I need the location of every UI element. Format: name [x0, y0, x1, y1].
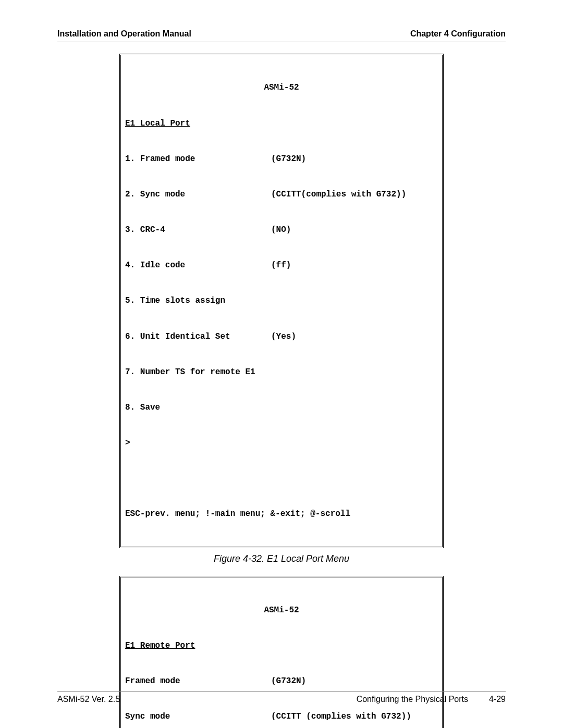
row-label: 6. Unit Identical Set	[125, 331, 271, 343]
row-value	[271, 366, 438, 378]
terminal-row: 8. Save	[125, 402, 438, 414]
terminal-section: E1 Remote Port	[125, 640, 438, 652]
footer-page-number: 4-29	[489, 695, 506, 704]
footer-left: ASMi-52 Ver. 2.5	[57, 695, 120, 704]
terminal-row: Sync mode(CCITT (complies with G732))	[125, 711, 438, 723]
terminal-row: 7. Number TS for remote E1	[125, 366, 438, 378]
figure-caption-1: Figure 4-32. E1 Local Port Menu	[57, 553, 506, 564]
row-value: (G732N)	[271, 675, 438, 687]
terminal-title: ASMi-52	[125, 82, 438, 94]
row-value: (CCITT(complies with G732))	[271, 189, 438, 201]
page: Installation and Operation Manual Chapte…	[0, 0, 563, 728]
row-value: (Yes)	[271, 331, 438, 343]
row-value: (G732N)	[271, 153, 438, 165]
row-value	[271, 402, 438, 414]
page-header: Installation and Operation Manual Chapte…	[57, 29, 506, 42]
row-value: (CCITT (complies with G732))	[271, 711, 438, 723]
terminal-section: E1 Local Port	[125, 118, 438, 130]
terminal-row: 2. Sync mode(CCITT(complies with G732))	[125, 189, 438, 201]
page-footer: ASMi-52 Ver. 2.5 Configuring the Physica…	[57, 691, 506, 704]
row-label: 2. Sync mode	[125, 189, 271, 201]
row-label: Framed mode	[125, 675, 271, 687]
terminal-row: 6. Unit Identical Set(Yes)	[125, 331, 438, 343]
terminal-row: 3. CRC-4(NO)	[125, 224, 438, 236]
terminal-e1-remote-port: ASMi-52 E1 Remote Port Framed mode(G732N…	[119, 576, 444, 728]
row-label: 4. Idle code	[125, 260, 271, 272]
terminal-row: Framed mode(G732N)	[125, 675, 438, 687]
row-label: 7. Number TS for remote E1	[125, 366, 271, 378]
header-left: Installation and Operation Manual	[57, 29, 191, 39]
terminal-row: 5. Time slots assign	[125, 295, 438, 307]
row-label: 1. Framed mode	[125, 153, 271, 165]
row-value: (NO)	[271, 224, 438, 236]
row-label: 8. Save	[125, 402, 271, 414]
terminal-blank	[125, 473, 438, 485]
terminal-e1-local-port: ASMi-52 E1 Local Port 1. Framed mode(G73…	[119, 54, 444, 548]
terminal-row: 4. Idle code(ff)	[125, 260, 438, 272]
terminal-help: ESC-prev. menu; !-main menu; &-exit; @-s…	[125, 508, 438, 520]
terminal-title: ASMi-52	[125, 604, 438, 616]
row-label: 5. Time slots assign	[125, 295, 271, 307]
terminal-row: 1. Framed mode(G732N)	[125, 153, 438, 165]
row-label: Sync mode	[125, 711, 271, 723]
footer-section: Configuring the Physical Ports	[357, 695, 468, 704]
row-label: 3. CRC-4	[125, 224, 271, 236]
terminal-prompt: >	[125, 437, 438, 449]
header-right: Chapter 4 Configuration	[410, 29, 506, 39]
row-value	[271, 295, 438, 307]
row-value: (ff)	[271, 260, 438, 272]
footer-right: Configuring the Physical Ports 4-29	[357, 695, 506, 704]
